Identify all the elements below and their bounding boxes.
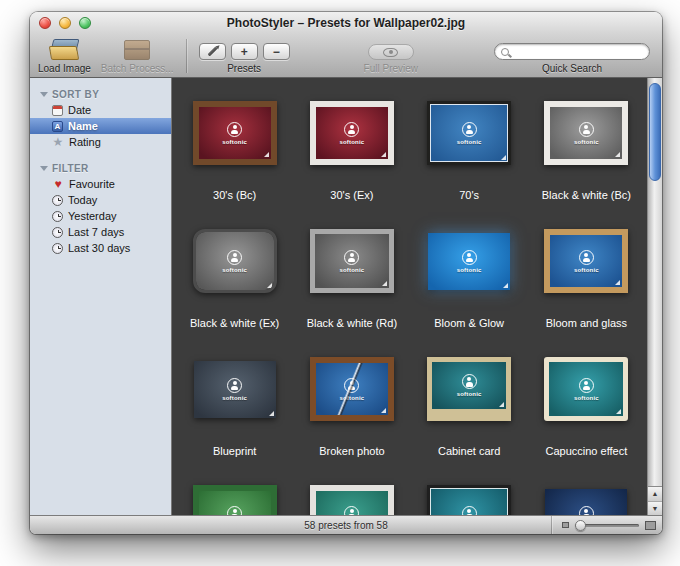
preset-image: softonic [196,232,274,290]
preset-item[interactable]: softonic [176,470,293,515]
eye-icon [383,48,398,57]
load-image-label: Load Image [38,63,91,74]
scrollbar-thumb[interactable] [649,83,661,181]
softonic-logo: softonic [196,232,274,290]
load-image-button[interactable]: Load Image [38,39,91,74]
quick-search-input[interactable] [513,44,659,59]
preset-image: softonic [316,363,388,415]
corner-badge-icon [501,155,506,160]
preset-thumbnail: softonic [428,233,510,290]
size-slider[interactable] [575,524,639,527]
softonic-logo-text: softonic [574,139,599,145]
filter-title: FILTER [52,163,89,174]
preset-item[interactable]: softonic Bloom & Glow [411,214,528,342]
sidebar-item-label: Last 30 days [68,242,130,254]
softonic-logo-text: softonic [222,267,247,273]
preset-image: softonic [316,491,388,515]
corner-badge-icon [381,152,386,157]
sidebar-item-last-7-days[interactable]: Last 7 days [30,224,171,240]
calendar-icon [52,105,63,116]
sidebar-item-label: Favourite [69,178,115,190]
softonic-logo-icon [227,250,242,265]
presets-label: Presets [227,63,261,74]
softonic-logo-icon [579,250,594,265]
sidebar-item-label: Rating [69,136,101,148]
preset-item[interactable]: softonic [293,470,410,515]
full-preview-label: Full Preview [364,63,418,74]
softonic-logo-icon [579,122,594,137]
preset-thumbnail: softonic [545,489,627,516]
softonic-logo-icon [344,250,359,265]
pencil-icon [207,47,217,57]
preset-item[interactable]: softonic [528,470,645,515]
close-button[interactable] [39,17,51,29]
clock-icon [52,211,63,222]
preset-image: softonic [199,107,271,159]
sidebar-item-last-30-days[interactable]: Last 30 days [30,240,171,256]
preset-image: softonic [316,107,388,159]
preset-label: Cabinet card [438,445,500,457]
presets-button-group: + − Presets [199,43,290,74]
preset-thumbnail: softonic [544,229,628,293]
small-thumbnails-icon [562,522,569,528]
preset-label: 30's (Ex) [330,189,373,201]
size-slider-thumb[interactable] [575,520,586,531]
vertical-scrollbar[interactable]: ▲ ▼ [647,78,662,515]
preset-label: Blueprint [213,445,256,457]
preset-item[interactable]: softonic Cabinet card [411,342,528,470]
batch-process-button[interactable]: Batch Process... [101,40,174,74]
filter-header[interactable]: FILTER [30,160,171,176]
corner-badge-icon [499,402,504,407]
preset-item[interactable]: softonic Broken photo [293,342,410,470]
sidebar-item-name[interactable]: Name [30,118,171,134]
minimize-button[interactable] [59,17,71,29]
preset-item[interactable]: softonic 30's (Bc) [176,86,293,214]
preset-label: Black & white (Rd) [307,317,397,329]
preset-label: Black & white (Ex) [190,317,279,329]
preset-thumbnail: softonic [310,229,394,293]
softonic-logo-icon [462,250,477,265]
preset-thumbnail: softonic [427,485,511,515]
preset-image: softonic [432,362,506,409]
preset-item[interactable]: softonic Blueprint [176,342,293,470]
softonic-logo: softonic [199,491,271,515]
sidebar-item-yesterday[interactable]: Yesterday [30,208,171,224]
sort-by-header[interactable]: SORT BY [30,86,171,102]
sidebar-item-today[interactable]: Today [30,192,171,208]
preset-item[interactable]: softonic 30's (Ex) [293,86,410,214]
add-preset-button[interactable]: + [231,43,258,60]
scroll-down-button[interactable]: ▼ [648,501,662,516]
preset-image: softonic [430,488,508,515]
preset-item[interactable]: softonic [411,470,528,515]
preset-item[interactable]: softonic Capuccino effect [528,342,645,470]
corner-badge-icon [615,280,620,285]
preset-item[interactable]: softonic Black & white (Rd) [293,214,410,342]
full-preview-button[interactable]: Full Preview [364,44,418,74]
titlebar[interactable]: PhotoStyler – Presets for Wallpaper02.jp… [30,12,662,34]
preset-item[interactable]: softonic Bloom and glass [528,214,645,342]
sidebar-item-date[interactable]: Date [30,102,171,118]
softonic-logo-text: softonic [339,267,364,273]
preset-image: softonic [550,107,622,159]
zoom-button[interactable] [79,17,91,29]
remove-preset-button[interactable]: − [263,43,290,60]
preset-item[interactable]: softonic Black & white (Bc) [528,86,645,214]
preset-label: Black & white (Bc) [542,189,631,201]
softonic-logo-icon [227,378,242,393]
softonic-logo: softonic [315,234,389,288]
softonic-logo: softonic [430,104,508,162]
heart-icon: ♥ [52,179,64,190]
softonic-logo-icon [227,122,242,137]
sidebar-item-favourite[interactable]: ♥ Favourite [30,176,171,192]
disclosure-triangle-icon [40,166,48,171]
edit-preset-button[interactable] [199,43,226,60]
preset-item[interactable]: softonic Black & white (Ex) [176,214,293,342]
softonic-logo-text: softonic [457,391,482,397]
preset-item[interactable]: softonic 70's [411,86,528,214]
preset-thumbnail: softonic [310,485,394,515]
softonic-logo-text: softonic [222,139,247,145]
sidebar-item-rating[interactable]: ★ Rating [30,134,171,150]
scroll-up-button[interactable]: ▲ [648,487,662,501]
preset-thumbnail: softonic [544,357,628,421]
thumbnail-size-control [551,516,656,534]
